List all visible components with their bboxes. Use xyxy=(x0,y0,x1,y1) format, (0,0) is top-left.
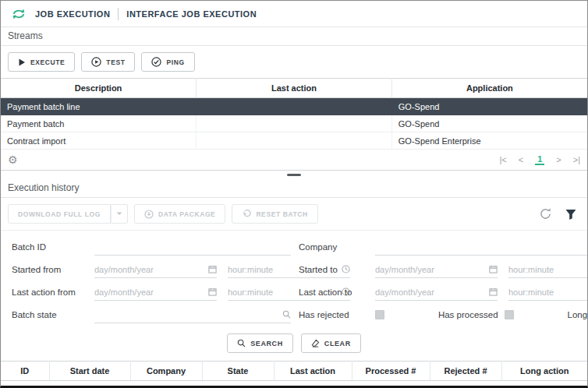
batch-state-label: Batch state xyxy=(12,310,87,319)
streams-section-title: Streams xyxy=(1,27,587,46)
table-row[interactable]: Contract import GO-Spend Enterprise xyxy=(1,132,587,150)
search-icon[interactable] xyxy=(282,310,291,319)
download-circle-icon xyxy=(144,210,154,219)
clear-button[interactable]: CLEAR xyxy=(301,333,361,353)
data-package-label: DATA PACKAGE xyxy=(158,210,215,218)
app-title[interactable]: JOB EXECUTION xyxy=(35,9,110,19)
started-from-label: Started from xyxy=(12,265,87,274)
cell-application: GO-Spend xyxy=(391,115,587,132)
prev-page-icon[interactable]: < xyxy=(519,155,523,164)
chevron-down-icon xyxy=(116,212,122,216)
last-action-to-date-input[interactable] xyxy=(375,287,486,297)
last-action-to-label: Last action to xyxy=(299,287,367,297)
long-action-group: Long action xyxy=(568,309,588,320)
calendar-icon[interactable] xyxy=(208,287,217,296)
ping-button[interactable]: PING xyxy=(141,52,194,72)
page-number[interactable]: 1 xyxy=(535,154,544,165)
col-header-state[interactable]: State xyxy=(202,362,274,381)
gear-icon[interactable]: ⚙ xyxy=(8,154,18,165)
col-header-long-action[interactable]: Long action xyxy=(501,362,587,381)
col-header-company[interactable]: Company xyxy=(130,362,202,381)
calendar-icon[interactable] xyxy=(489,265,498,273)
last-page-icon[interactable]: >| xyxy=(573,155,580,164)
cell-last-action xyxy=(197,115,392,132)
last-action-to-time-input[interactable] xyxy=(508,287,588,297)
panel-splitter xyxy=(1,171,587,179)
streams-table-footer: ⚙ |< < 1 > >| xyxy=(1,150,587,171)
col-header-rejected[interactable]: Rejected # xyxy=(430,362,501,381)
download-full-log-button[interactable]: DOWNLOAD FULL LOG xyxy=(8,204,111,224)
first-page-icon[interactable]: |< xyxy=(499,155,506,164)
started-from-date-input[interactable] xyxy=(94,265,205,274)
started-to-label: Started to xyxy=(299,265,367,274)
has-rejected-label: Has rejected xyxy=(299,310,367,319)
cell-last-action xyxy=(197,98,392,115)
col-header-start-date[interactable]: Start date xyxy=(49,362,130,381)
splitter-handle-icon[interactable] xyxy=(287,174,301,176)
next-page-icon[interactable]: > xyxy=(556,155,561,164)
history-toolbar: DOWNLOAD FULL LOG DATA PACKAGE RESET BAT… xyxy=(1,198,587,231)
last-action-to-fields xyxy=(375,284,588,301)
col-header-id[interactable]: ID xyxy=(1,362,49,381)
check-circle-icon xyxy=(151,57,161,67)
last-action-from-date-field xyxy=(94,284,217,301)
has-processed-group: Has processed xyxy=(438,310,514,319)
filter-form: Batch ID Company Started from xyxy=(1,231,587,326)
results-table: ID Start date Company State Last action … xyxy=(1,361,587,381)
col-header-application[interactable]: Application xyxy=(391,79,587,98)
history-toolbar-right xyxy=(539,207,580,220)
execution-history-section-title: Execution history xyxy=(1,179,587,198)
filter-actions: SEARCH CLEAR xyxy=(1,326,587,361)
cell-description: Contract import xyxy=(1,132,197,150)
streams-toolbar: EXECUTE TEST PING xyxy=(1,46,587,78)
filter-funnel-icon[interactable] xyxy=(565,208,577,220)
title-separator xyxy=(118,8,119,20)
top-bar: JOB EXECUTION INTERFACE JOB EXECUTION xyxy=(1,1,587,27)
eraser-icon xyxy=(311,339,320,347)
checkbox-row: Has processed Long action xyxy=(375,309,588,320)
started-from-date-field xyxy=(94,261,217,278)
cell-last-action xyxy=(197,132,392,150)
cell-description: Payment batch xyxy=(1,115,197,132)
col-header-last-action[interactable]: Last action xyxy=(197,79,392,98)
col-header-description[interactable]: Description xyxy=(1,79,197,98)
batch-state-field xyxy=(94,306,291,323)
col-header-last-action[interactable]: Last action xyxy=(274,362,352,381)
table-row[interactable]: Payment batch line GO-Spend xyxy=(1,98,587,115)
company-input[interactable] xyxy=(375,242,588,252)
calendar-icon[interactable] xyxy=(208,265,217,273)
has-rejected-checkbox[interactable] xyxy=(375,310,384,319)
refresh-icon[interactable] xyxy=(539,207,552,220)
table-row[interactable]: Payment batch GO-Spend xyxy=(1,115,587,132)
page-title: INTERFACE JOB EXECUTION xyxy=(126,9,257,19)
batch-id-input[interactable] xyxy=(94,242,291,252)
play-icon xyxy=(18,58,26,66)
ping-button-label: PING xyxy=(166,58,184,66)
execute-button[interactable]: EXECUTE xyxy=(8,52,75,72)
has-processed-checkbox[interactable] xyxy=(505,310,514,319)
started-to-date-input[interactable] xyxy=(375,265,486,274)
started-to-fields xyxy=(375,261,588,278)
batch-id-field xyxy=(94,238,291,256)
download-options-button[interactable] xyxy=(111,204,128,224)
last-action-to-date-field xyxy=(375,284,498,301)
batch-id-label: Batch ID xyxy=(12,242,87,252)
company-field xyxy=(375,238,588,256)
reset-batch-label: RESET BATCH xyxy=(256,210,307,218)
cell-application: GO-Spend Enterprise xyxy=(391,132,587,150)
batch-state-input[interactable] xyxy=(94,310,279,319)
reset-batch-button[interactable]: RESET BATCH xyxy=(232,204,317,224)
calendar-icon[interactable] xyxy=(489,287,498,296)
search-button[interactable]: SEARCH xyxy=(227,333,293,353)
last-action-from-date-input[interactable] xyxy=(94,287,205,297)
started-to-time-field xyxy=(508,261,588,278)
test-button[interactable]: TEST xyxy=(81,52,135,72)
col-header-processed[interactable]: Processed # xyxy=(352,362,430,381)
data-package-button[interactable]: DATA PACKAGE xyxy=(134,204,225,224)
started-to-time-input[interactable] xyxy=(508,265,588,274)
long-action-label: Long action xyxy=(568,310,588,319)
started-to-date-field xyxy=(375,261,498,278)
started-from-fields xyxy=(94,261,291,278)
cell-application: GO-Spend xyxy=(391,98,587,115)
last-action-to-time-field xyxy=(508,284,588,301)
